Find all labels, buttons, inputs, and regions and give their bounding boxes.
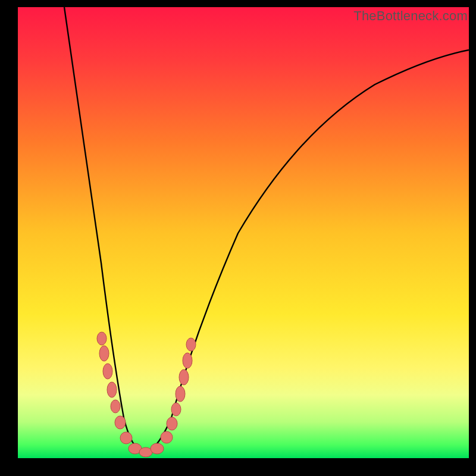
data-marker (97, 332, 107, 345)
data-marker (120, 432, 132, 444)
plot-area (18, 7, 469, 458)
data-marker (99, 346, 109, 361)
data-marker (151, 443, 164, 454)
chart-frame: TheBottleneck.com (0, 0, 476, 476)
data-marker (111, 400, 120, 413)
data-marker (171, 403, 181, 416)
data-marker (167, 417, 177, 430)
chart-svg (18, 7, 469, 458)
data-marker (107, 382, 117, 397)
data-marker (115, 416, 126, 429)
gradient-background (18, 7, 469, 458)
watermark-text: TheBottleneck.com (353, 8, 468, 24)
data-marker (176, 386, 185, 402)
data-marker (103, 364, 112, 379)
data-marker (186, 338, 196, 351)
data-marker (183, 353, 192, 368)
data-marker (161, 431, 173, 443)
data-marker (179, 369, 189, 385)
